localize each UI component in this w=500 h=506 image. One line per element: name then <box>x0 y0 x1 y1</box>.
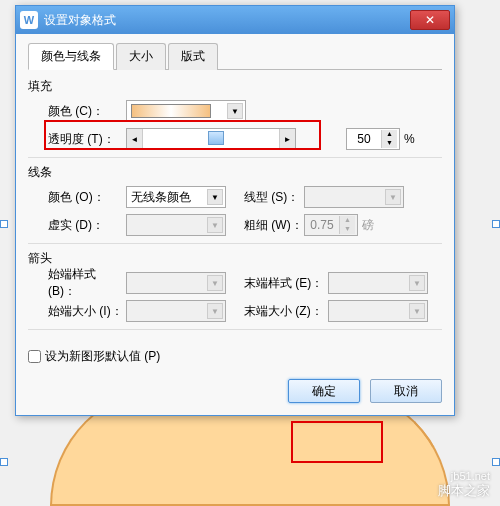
selection-handle[interactable] <box>492 220 500 228</box>
line-weight-unit: 磅 <box>362 217 374 234</box>
titlebar[interactable]: W 设置对象格式 ✕ <box>16 6 454 34</box>
arrow-end-size-combo: ▼ <box>328 300 428 322</box>
fill-group-label: 填充 <box>28 78 442 95</box>
line-style-label: 线型 (S)： <box>244 189 304 206</box>
line-dash-label: 虚实 (D)： <box>48 217 126 234</box>
fill-color-row: 颜色 (C)： ▼ <box>48 99 442 123</box>
tab-size[interactable]: 大小 <box>116 43 166 70</box>
transparency-slider[interactable]: ◄ ► <box>126 128 296 150</box>
arrow-end-style-label: 末端样式 (E)： <box>244 275 328 292</box>
fill-color-swatch <box>131 104 211 118</box>
line-weight-label: 粗细 (W)： <box>244 217 304 234</box>
arrow-begin-style-label: 始端样式 (B)： <box>48 266 126 300</box>
chevron-down-icon: ▼ <box>207 275 223 291</box>
arrow-begin-size-combo: ▼ <box>126 300 226 322</box>
arrow-group-label: 箭头 <box>28 250 442 267</box>
close-button[interactable]: ✕ <box>410 10 450 30</box>
app-icon: W <box>20 11 38 29</box>
chevron-down-icon: ▼ <box>409 303 425 319</box>
ok-button[interactable]: 确定 <box>288 379 360 403</box>
spin-down[interactable]: ▼ <box>381 139 397 148</box>
transparency-spinner[interactable]: ▲▼ <box>346 128 400 150</box>
arrow-end-style-combo: ▼ <box>328 272 428 294</box>
selection-handle[interactable] <box>492 458 500 466</box>
chevron-down-icon: ▼ <box>227 103 243 119</box>
dialog-body: 颜色与线条 大小 版式 填充 颜色 (C)： ▼ 透明度 (T)： ◄ ► <box>16 34 454 415</box>
arrow-end-size-label: 末端大小 (Z)： <box>244 303 328 320</box>
tab-color-lines[interactable]: 颜色与线条 <box>28 43 114 70</box>
close-icon: ✕ <box>425 13 435 27</box>
slider-decrement[interactable]: ◄ <box>127 129 143 149</box>
transparency-label: 透明度 (T)： <box>48 131 126 148</box>
chevron-down-icon: ▼ <box>409 275 425 291</box>
button-row: 确定 取消 <box>28 379 442 403</box>
line-weight-spinner: ▲▼ <box>304 214 358 236</box>
tab-layout[interactable]: 版式 <box>168 43 218 70</box>
line-style-combo: ▼ <box>304 186 404 208</box>
cancel-button[interactable]: 取消 <box>370 379 442 403</box>
arrow-begin-size-label: 始端大小 (I)： <box>48 303 126 320</box>
spin-up: ▲ <box>339 216 355 225</box>
chevron-down-icon: ▼ <box>385 189 401 205</box>
transparency-row: 透明度 (T)： ◄ ► ▲▼ % <box>48 127 442 151</box>
tab-strip: 颜色与线条 大小 版式 <box>28 42 442 70</box>
slider-track[interactable] <box>143 129 279 149</box>
slider-increment[interactable]: ► <box>279 129 295 149</box>
line-dash-combo: ▼ <box>126 214 226 236</box>
chevron-down-icon: ▼ <box>207 189 223 205</box>
line-group-label: 线条 <box>28 164 442 181</box>
format-object-dialog: W 设置对象格式 ✕ 颜色与线条 大小 版式 填充 颜色 (C)： ▼ 透明度 … <box>15 5 455 416</box>
set-default-checkbox[interactable] <box>28 350 41 363</box>
chevron-down-icon: ▼ <box>207 217 223 233</box>
selection-handle[interactable] <box>0 458 8 466</box>
spin-up[interactable]: ▲ <box>381 130 397 139</box>
default-checkbox-row: 设为新图形默认值 (P) <box>28 348 442 365</box>
line-color-label: 颜色 (O)： <box>48 189 126 206</box>
spin-down: ▼ <box>339 225 355 234</box>
line-weight-input <box>305 218 339 232</box>
line-color-value: 无线条颜色 <box>131 189 191 206</box>
set-default-label: 设为新图形默认值 (P) <box>45 348 160 365</box>
dialog-title: 设置对象格式 <box>44 12 410 29</box>
watermark: jb51.net 脚本之家 <box>438 470 490 500</box>
chevron-down-icon: ▼ <box>207 303 223 319</box>
arrow-begin-style-combo: ▼ <box>126 272 226 294</box>
fill-color-label: 颜色 (C)： <box>48 103 126 120</box>
slider-thumb[interactable] <box>208 131 224 145</box>
fill-color-combo[interactable]: ▼ <box>126 100 246 122</box>
transparency-input[interactable] <box>347 132 381 146</box>
line-color-combo[interactable]: 无线条颜色 ▼ <box>126 186 226 208</box>
selection-handle[interactable] <box>0 220 8 228</box>
transparency-unit: % <box>404 132 415 146</box>
